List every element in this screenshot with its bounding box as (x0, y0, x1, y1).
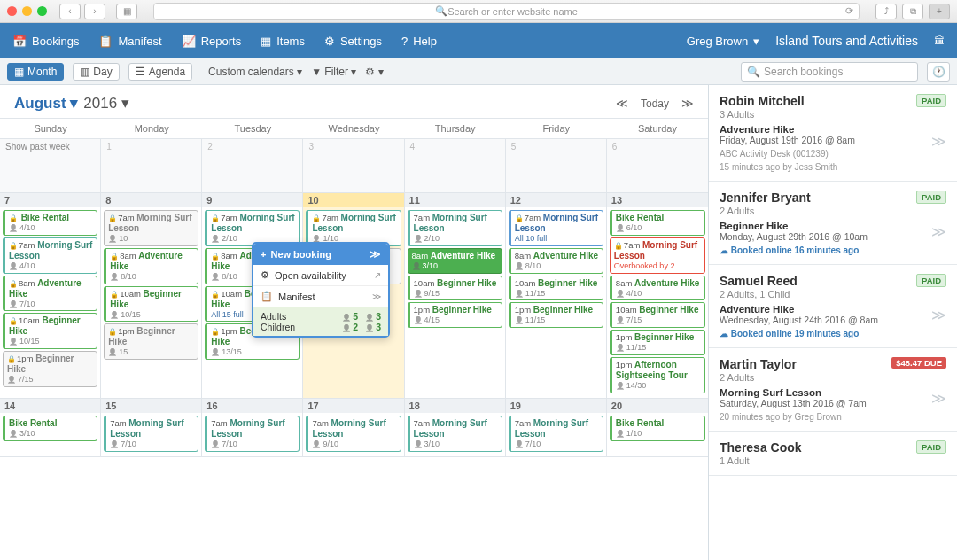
calendar-cell[interactable]: 8🔒7am Morning Surf Lesson10🔒8am Adventur… (101, 193, 202, 398)
event[interactable]: Bike Rental3/10 (3, 416, 97, 441)
view-agenda[interactable]: ☰ Agenda (128, 63, 192, 81)
calendar-cell[interactable]: 187am Morning Surf Lesson3/10 (405, 399, 506, 456)
user-menu[interactable]: Greg Brown ▾ (687, 35, 759, 48)
event[interactable]: 🔒7am Morning Surf Lesson4/10 (3, 237, 97, 274)
calendar-cell[interactable]: 117am Morning Surf Lesson2/108am Adventu… (405, 193, 506, 398)
booking-card[interactable]: Robin Mitchell3 AdultsPAIDAdventure Hike… (709, 85, 957, 182)
nav-reports[interactable]: 📈Reports (182, 35, 242, 48)
past-week-row[interactable]: Show past week 123456 (0, 139, 708, 193)
event[interactable]: 10am Beginner Hike9/15 (408, 276, 502, 301)
mac-titlebar: ‹ › ▦ 🔍 Search or enter website name ⟳ ⤴… (0, 0, 957, 23)
nav-help[interactable]: ?Help (401, 35, 437, 48)
booking-card[interactable]: Jennifer Bryant2 AdultsPAIDBeginner Hike… (709, 182, 957, 265)
event[interactable]: 🔒10am Beginner Hike10/15 (104, 286, 198, 323)
clipboard-icon: 📋 (98, 35, 113, 48)
close-dot[interactable] (7, 6, 17, 16)
today-button[interactable]: Today (641, 97, 669, 110)
event[interactable]: 1pm Beginner Hike11/15 (610, 330, 705, 355)
event[interactable]: 🔒1pm Beginner Hike7/15 (3, 351, 97, 387)
event[interactable]: 🔒1pm Beginner Hike15 (104, 323, 198, 360)
calendar-cell[interactable]: 20Bike Rental1/10 (607, 399, 708, 456)
calendar-cell[interactable]: 14Bike Rental3/10 (0, 399, 101, 456)
tabs-button[interactable]: ⧉ (902, 4, 923, 19)
nav-items[interactable]: ▦Items (261, 35, 305, 48)
back-button[interactable]: ‹ (59, 4, 81, 19)
event[interactable]: Bike Rental1/10 (610, 416, 705, 441)
nav-settings[interactable]: ⚙Settings (324, 35, 382, 48)
booking-card[interactable]: Samuel Reed2 Adults, 1 ChildPAIDAdventur… (709, 265, 957, 348)
event[interactable]: 1pm Afternoon Sightseeing Tour14/30 (610, 357, 705, 393)
booking-card[interactable]: Theresa Cook1 AdultPAID (709, 432, 957, 476)
status-badge: PAID (916, 94, 946, 107)
event[interactable]: 🔒7am Morning Surf LessonAll 10 full (509, 210, 603, 246)
weekday-label: Wednesday (303, 119, 404, 138)
nav-bookings[interactable]: 📅Bookings (12, 35, 79, 48)
event[interactable]: 7am Morning Surf Lesson9/10 (306, 416, 401, 452)
event[interactable]: 8am Adventure Hike8/10 (509, 248, 603, 274)
open-availability[interactable]: ⚙ Open availability↗ (253, 265, 388, 286)
status-badge: PAID (916, 274, 946, 287)
chevron-right-icon: ≫ (931, 223, 946, 240)
event[interactable]: 🔒7am Morning Surf Lesson1/10 (306, 210, 401, 246)
month-picker[interactable]: August ▾ (14, 94, 78, 113)
event[interactable]: 🔒7am Morning Surf Lesson10 (104, 210, 198, 246)
booking-card[interactable]: Martin Taylor2 Adults$48.47 DUEMorning S… (709, 348, 957, 432)
event[interactable]: 8am Adventure Hike4/10 (610, 276, 705, 301)
reload-icon[interactable]: ⟳ (845, 5, 853, 17)
event[interactable]: 7am Morning Surf Lesson2/10 (408, 210, 502, 246)
share-button[interactable]: ⤴ (875, 4, 897, 19)
gear-icon: ⚙ (324, 35, 335, 48)
year-picker[interactable]: 2016 ▾ (83, 94, 129, 113)
recent-button[interactable]: 🕐 (927, 62, 950, 82)
event[interactable]: Bike Rental6/10 (610, 210, 705, 236)
event[interactable]: 7am Morning Surf Lesson7/10 (509, 416, 603, 452)
prev-period[interactable]: ≪ (616, 97, 628, 110)
event[interactable]: 🔒8am Adventure Hike8/10 (104, 248, 198, 284)
custom-calendars[interactable]: Custom calendars ▾ (208, 66, 302, 78)
event[interactable]: 7am Morning Surf Lesson3/10 (408, 416, 502, 452)
calendar-cell[interactable]: 197am Morning Surf Lesson7/10 (506, 399, 607, 456)
event[interactable]: 🔒8am Adventure Hike7/10 (3, 276, 97, 312)
search-bookings[interactable]: 🔍 Search bookings (741, 62, 918, 82)
event[interactable]: 10am Beginner Hike7/15 (610, 302, 705, 328)
date-header: August ▾ 2016 ▾ ≪ Today ≫ (0, 85, 708, 118)
calendar-cell[interactable]: 157am Morning Surf Lesson7/10 (101, 399, 202, 456)
booking-popup: + New booking≫ ⚙ Open availability↗ 📋 Ma… (252, 242, 390, 338)
sidebar-toggle[interactable]: ▦ (116, 4, 137, 19)
event[interactable]: 8am Adventure Hike3/10 (408, 248, 502, 274)
new-booking-button[interactable]: + New booking≫ (253, 244, 388, 265)
calendar-cell[interactable]: 7🔒 Bike Rental4/10🔒7am Morning Surf Less… (0, 193, 101, 398)
nav-manifest[interactable]: 📋Manifest (98, 35, 161, 48)
event[interactable]: 1pm Beginner Hike11/15 (509, 302, 603, 328)
event[interactable]: 7am Morning Surf Lesson7/10 (104, 416, 198, 452)
chevron-right-icon: ≫ (931, 307, 946, 323)
calendar-cell[interactable]: 167am Morning Surf Lesson7/10 (202, 399, 303, 456)
lock-icon: 🔒 (211, 253, 220, 261)
url-bar[interactable]: 🔍 Search or enter website name ⟳ (153, 3, 860, 20)
forward-button[interactable]: › (84, 4, 105, 19)
filter-menu[interactable]: ▼ Filter ▾ (311, 66, 356, 78)
event[interactable]: 🔒7am Morning Surf Lesson2/10 (205, 210, 300, 246)
new-tab-button[interactable]: + (929, 4, 950, 19)
event[interactable]: 🔒 Bike Rental4/10 (3, 210, 97, 236)
gear-menu[interactable]: ⚙ ▾ (365, 66, 383, 78)
event[interactable]: 🔒10am Beginner Hike10/15 (3, 313, 97, 349)
event[interactable]: 1pm Beginner Hike4/15 (408, 302, 502, 328)
zoom-dot[interactable] (37, 6, 47, 16)
event[interactable]: 🔒7am Morning Surf LessonOverbooked by 2 (610, 237, 705, 274)
day-number: 11 (405, 193, 505, 207)
view-month[interactable]: ▦ Month (7, 63, 64, 81)
next-period[interactable]: ≫ (681, 97, 694, 110)
calendar-cell[interactable]: 13Bike Rental6/10🔒7am Morning Surf Lesso… (607, 193, 708, 398)
weekday-label: Friday (506, 119, 607, 138)
view-day[interactable]: ▥ Day (73, 63, 119, 81)
day-number: 17 (303, 399, 403, 413)
minimize-dot[interactable] (22, 6, 32, 16)
calendar-cell[interactable]: 12🔒7am Morning Surf LessonAll 10 full8am… (506, 193, 607, 398)
event[interactable]: 7am Morning Surf Lesson7/10 (205, 416, 300, 452)
weekday-label: Thursday (405, 119, 506, 138)
calendar-cell[interactable]: 177am Morning Surf Lesson9/10 (303, 399, 404, 456)
event[interactable]: 10am Beginner Hike11/15 (509, 276, 603, 301)
lock-icon: 🔒 (211, 328, 220, 336)
popup-manifest[interactable]: 📋 Manifest≫ (253, 286, 388, 307)
